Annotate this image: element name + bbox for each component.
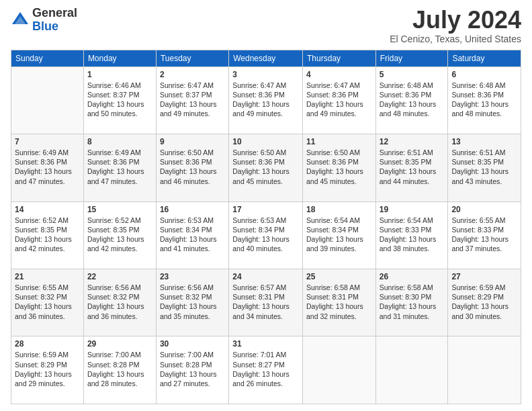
calendar-cell: 23Sunrise: 6:56 AMSunset: 8:32 PMDayligh… xyxy=(156,269,228,336)
calendar-cell: 13Sunrise: 6:51 AMSunset: 8:35 PMDayligh… xyxy=(448,134,521,201)
logo-icon xyxy=(11,11,30,30)
day-number: 17 xyxy=(232,205,299,214)
day-number: 29 xyxy=(87,339,152,349)
day-info: Sunrise: 6:48 AMSunset: 8:36 PMDaylight:… xyxy=(380,81,445,119)
page: General Blue July 2024 El Cenizo, Texas,… xyxy=(0,0,532,411)
calendar-header-row: Sunday Monday Tuesday Wednesday Thursday… xyxy=(11,50,521,66)
calendar-week-row: 21Sunrise: 6:55 AMSunset: 8:32 PMDayligh… xyxy=(11,269,521,336)
calendar-cell: 12Sunrise: 6:51 AMSunset: 8:35 PMDayligh… xyxy=(375,134,448,201)
day-number: 25 xyxy=(306,272,372,281)
calendar-cell: 30Sunrise: 7:00 AMSunset: 8:28 PMDayligh… xyxy=(156,336,228,404)
calendar-cell: 21Sunrise: 6:55 AMSunset: 8:32 PMDayligh… xyxy=(11,269,84,336)
header: General Blue July 2024 El Cenizo, Texas,… xyxy=(11,7,521,44)
calendar-cell: 22Sunrise: 6:56 AMSunset: 8:32 PMDayligh… xyxy=(83,269,156,336)
calendar-cell xyxy=(375,336,448,404)
day-number: 4 xyxy=(306,70,372,79)
calendar-cell: 29Sunrise: 7:00 AMSunset: 8:28 PMDayligh… xyxy=(83,336,156,404)
calendar-cell: 25Sunrise: 6:58 AMSunset: 8:31 PMDayligh… xyxy=(303,269,376,336)
day-info: Sunrise: 6:51 AMSunset: 8:35 PMDaylight:… xyxy=(451,148,517,186)
day-info: Sunrise: 6:48 AMSunset: 8:36 PMDaylight:… xyxy=(451,81,517,119)
day-info: Sunrise: 6:52 AMSunset: 8:35 PMDaylight:… xyxy=(15,216,80,254)
day-info: Sunrise: 7:01 AMSunset: 8:27 PMDaylight:… xyxy=(232,350,299,388)
day-number: 22 xyxy=(87,272,152,281)
day-number: 20 xyxy=(451,205,517,214)
day-info: Sunrise: 7:00 AMSunset: 8:28 PMDaylight:… xyxy=(160,350,225,388)
day-number: 31 xyxy=(232,339,299,349)
day-info: Sunrise: 6:57 AMSunset: 8:31 PMDaylight:… xyxy=(232,283,299,321)
calendar-cell: 17Sunrise: 6:53 AMSunset: 8:34 PMDayligh… xyxy=(229,201,303,269)
day-number: 3 xyxy=(232,70,299,79)
calendar-cell: 18Sunrise: 6:54 AMSunset: 8:34 PMDayligh… xyxy=(303,201,376,269)
calendar-cell: 20Sunrise: 6:55 AMSunset: 8:33 PMDayligh… xyxy=(448,201,521,269)
day-number: 8 xyxy=(87,137,152,146)
logo-general: General xyxy=(32,7,77,20)
calendar-cell xyxy=(448,336,521,404)
day-info: Sunrise: 6:53 AMSunset: 8:34 PMDaylight:… xyxy=(160,216,225,254)
col-tuesday: Tuesday xyxy=(156,50,228,66)
day-number: 1 xyxy=(87,70,152,79)
day-info: Sunrise: 6:47 AMSunset: 8:36 PMDaylight:… xyxy=(232,81,299,119)
day-number: 26 xyxy=(380,272,445,281)
day-info: Sunrise: 7:00 AMSunset: 8:28 PMDaylight:… xyxy=(87,350,152,388)
logo-blue: Blue xyxy=(32,20,77,34)
calendar-cell: 26Sunrise: 6:58 AMSunset: 8:30 PMDayligh… xyxy=(375,269,448,336)
day-number: 23 xyxy=(160,272,225,281)
calendar-cell: 8Sunrise: 6:49 AMSunset: 8:36 PMDaylight… xyxy=(83,134,156,201)
calendar-cell: 31Sunrise: 7:01 AMSunset: 8:27 PMDayligh… xyxy=(229,336,303,404)
col-wednesday: Wednesday xyxy=(229,50,303,66)
day-number: 16 xyxy=(160,205,225,214)
day-number: 24 xyxy=(232,272,299,281)
col-monday: Monday xyxy=(83,50,156,66)
calendar-cell xyxy=(303,336,376,404)
day-info: Sunrise: 6:58 AMSunset: 8:30 PMDaylight:… xyxy=(380,283,445,321)
day-number: 18 xyxy=(306,205,372,214)
day-number: 13 xyxy=(451,137,517,146)
day-info: Sunrise: 6:52 AMSunset: 8:35 PMDaylight:… xyxy=(87,216,152,254)
day-number: 30 xyxy=(160,339,225,349)
calendar-cell: 24Sunrise: 6:57 AMSunset: 8:31 PMDayligh… xyxy=(229,269,303,336)
calendar-table: Sunday Monday Tuesday Wednesday Thursday… xyxy=(11,50,521,404)
calendar-cell: 6Sunrise: 6:48 AMSunset: 8:36 PMDaylight… xyxy=(448,66,521,134)
day-number: 14 xyxy=(15,205,80,214)
calendar-cell: 4Sunrise: 6:47 AMSunset: 8:36 PMDaylight… xyxy=(303,66,376,134)
day-info: Sunrise: 6:46 AMSunset: 8:37 PMDaylight:… xyxy=(87,81,152,119)
day-info: Sunrise: 6:50 AMSunset: 8:36 PMDaylight:… xyxy=(306,148,372,186)
day-info: Sunrise: 6:54 AMSunset: 8:33 PMDaylight:… xyxy=(380,216,445,254)
day-info: Sunrise: 6:47 AMSunset: 8:36 PMDaylight:… xyxy=(306,81,372,119)
day-number: 9 xyxy=(160,137,225,146)
day-number: 28 xyxy=(15,339,80,349)
day-info: Sunrise: 6:59 AMSunset: 8:29 PMDaylight:… xyxy=(451,283,517,321)
day-number: 19 xyxy=(380,205,445,214)
day-number: 10 xyxy=(232,137,299,146)
calendar-week-row: 1Sunrise: 6:46 AMSunset: 8:37 PMDaylight… xyxy=(11,66,521,134)
calendar-cell: 2Sunrise: 6:47 AMSunset: 8:37 PMDaylight… xyxy=(156,66,228,134)
calendar-cell: 11Sunrise: 6:50 AMSunset: 8:36 PMDayligh… xyxy=(303,134,376,201)
col-saturday: Saturday xyxy=(448,50,521,66)
col-sunday: Sunday xyxy=(11,50,84,66)
calendar-week-row: 28Sunrise: 6:59 AMSunset: 8:29 PMDayligh… xyxy=(11,336,521,404)
day-info: Sunrise: 6:51 AMSunset: 8:35 PMDaylight:… xyxy=(380,148,445,186)
calendar-week-row: 7Sunrise: 6:49 AMSunset: 8:36 PMDaylight… xyxy=(11,134,521,201)
calendar-cell: 9Sunrise: 6:50 AMSunset: 8:36 PMDaylight… xyxy=(156,134,228,201)
day-info: Sunrise: 6:56 AMSunset: 8:32 PMDaylight:… xyxy=(160,283,225,321)
day-info: Sunrise: 6:58 AMSunset: 8:31 PMDaylight:… xyxy=(306,283,372,321)
title-block: July 2024 El Cenizo, Texas, United State… xyxy=(390,7,521,44)
day-info: Sunrise: 6:53 AMSunset: 8:34 PMDaylight:… xyxy=(232,216,299,254)
day-info: Sunrise: 6:56 AMSunset: 8:32 PMDaylight:… xyxy=(87,283,152,321)
day-number: 15 xyxy=(87,205,152,214)
calendar-cell: 7Sunrise: 6:49 AMSunset: 8:36 PMDaylight… xyxy=(11,134,84,201)
day-number: 12 xyxy=(380,137,445,146)
calendar-cell: 19Sunrise: 6:54 AMSunset: 8:33 PMDayligh… xyxy=(375,201,448,269)
day-info: Sunrise: 6:59 AMSunset: 8:29 PMDaylight:… xyxy=(15,350,80,388)
day-info: Sunrise: 6:49 AMSunset: 8:36 PMDaylight:… xyxy=(87,148,152,186)
day-number: 27 xyxy=(451,272,517,281)
day-info: Sunrise: 6:55 AMSunset: 8:33 PMDaylight:… xyxy=(451,216,517,254)
calendar-cell: 5Sunrise: 6:48 AMSunset: 8:36 PMDaylight… xyxy=(375,66,448,134)
calendar-week-row: 14Sunrise: 6:52 AMSunset: 8:35 PMDayligh… xyxy=(11,201,521,269)
day-info: Sunrise: 6:50 AMSunset: 8:36 PMDaylight:… xyxy=(160,148,225,186)
col-thursday: Thursday xyxy=(303,50,376,66)
day-info: Sunrise: 6:47 AMSunset: 8:37 PMDaylight:… xyxy=(160,81,225,119)
logo-text: General Blue xyxy=(32,7,77,34)
calendar-cell: 27Sunrise: 6:59 AMSunset: 8:29 PMDayligh… xyxy=(448,269,521,336)
calendar-cell: 1Sunrise: 6:46 AMSunset: 8:37 PMDaylight… xyxy=(83,66,156,134)
